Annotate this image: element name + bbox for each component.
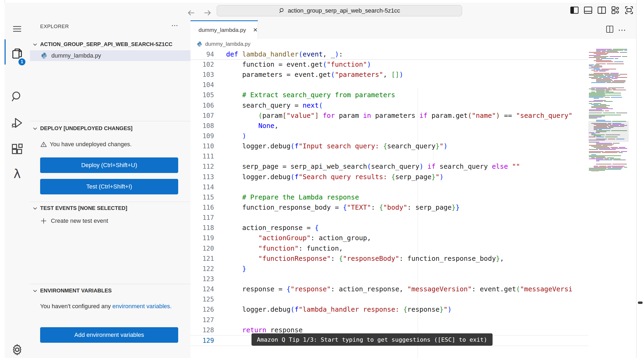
line-content	[214, 182, 226, 192]
code-line-120[interactable]: 120 "function": function,	[190, 243, 588, 254]
code-line-123[interactable]: 123	[190, 274, 588, 284]
line-number: 128	[190, 325, 214, 335]
line-number: 110	[190, 141, 214, 151]
code-line-94[interactable]: 94def lambda_handler(event, _):	[190, 49, 588, 59]
code-line-125[interactable]: 125	[190, 294, 588, 304]
explorer-more-actions-icon[interactable]: ⋯	[171, 24, 178, 27]
line-number: 114	[190, 182, 214, 192]
toggle-secondary-sidebar-icon[interactable]	[597, 6, 606, 15]
code-editor[interactable]: 94def lambda_handler(event, _): 102 func…	[190, 49, 588, 358]
env-vars-link[interactable]: environment variables.	[112, 303, 172, 310]
line-content	[214, 213, 226, 223]
toggle-panel-icon[interactable]	[584, 6, 593, 15]
screencast-mode-icon[interactable]	[624, 6, 634, 15]
code-line-106[interactable]: 106 search_query = next(	[190, 100, 588, 111]
python-file-icon	[197, 41, 203, 47]
workspace-section-header[interactable]: ACTION_GROUP_SERP_API_WEB_SEARCH-5Z1CC	[33, 41, 173, 47]
code-line-105[interactable]: 105 # Extract search_query from paramete…	[190, 90, 588, 100]
code-line-124[interactable]: 124 response = {"response": action_respo…	[190, 284, 588, 294]
line-content: logger.debug(f"Input search query: {sear…	[214, 141, 448, 151]
env-vars-message: You haven't configured any environment v…	[40, 302, 178, 311]
code-line-126[interactable]: 126 logger.debug(f"lambda_handler respon…	[190, 304, 588, 315]
line-content: def lambda_handler(event, _):	[214, 49, 343, 59]
line-content: }	[214, 264, 246, 274]
code-line-112[interactable]: 112 serp_page = serp_api_web_search(sear…	[190, 161, 588, 172]
file-item-dummy-lambda[interactable]: dummy_lambda.py	[30, 50, 190, 61]
split-editor-icon[interactable]	[605, 25, 614, 34]
code-line-113[interactable]: 113 logger.debug(f"Search query results:…	[190, 172, 588, 182]
code-line-116[interactable]: 116 function_response_body = {"TEXT": {"…	[190, 202, 588, 213]
code-line-121[interactable]: 121 "functionResponse": {"responseBody":…	[190, 254, 588, 264]
code-lines[interactable]: 102 function = event.get("function")103 …	[190, 59, 588, 346]
code-line-109[interactable]: 109 )	[190, 131, 588, 141]
code-line-127[interactable]: 127	[190, 315, 588, 325]
code-line-115[interactable]: 115 # Prepare the Lambda response	[190, 192, 588, 202]
line-content: # Extract search_query from parameters	[214, 90, 395, 100]
sidebar-item-explorer[interactable]	[5, 47, 30, 60]
code-line-118[interactable]: 118 action_response = {	[190, 223, 588, 233]
line-content	[214, 336, 226, 346]
command-center-search[interactable]: action_group_serp_api_web_search-5z1cc	[217, 5, 462, 16]
line-number: 108	[190, 121, 214, 131]
code-line-122[interactable]: 122 }	[190, 264, 588, 274]
line-number: 122	[190, 264, 214, 274]
add-env-vars-button[interactable]: Add environment variables	[40, 327, 178, 343]
line-content: "actionGroup": action_group,	[214, 233, 371, 243]
sidebar-item-search[interactable]	[5, 90, 30, 103]
create-test-event-button[interactable]: Create new test event	[40, 217, 108, 224]
code-line-104[interactable]: 104	[190, 80, 588, 90]
code-line-114[interactable]: 114	[190, 182, 588, 192]
code-line-107[interactable]: 107 (param["value"] for param in paramet…	[190, 111, 588, 121]
code-line-110[interactable]: 110 logger.debug(f"Input search query: {…	[190, 141, 588, 151]
chevron-down-icon	[33, 42, 37, 47]
editor-more-actions-icon[interactable]: ⋯	[618, 25, 626, 35]
toggle-primary-sidebar-icon[interactable]	[570, 6, 579, 15]
line-content: "function": function,	[214, 243, 343, 254]
tab-bar: dummy_lambda.py ✕ ⋯	[190, 20, 636, 39]
sidebar-item-run-debug[interactable]	[5, 116, 30, 130]
chevron-down-icon	[33, 126, 37, 131]
code-line-117[interactable]: 117	[190, 213, 588, 223]
line-number: 125	[190, 294, 214, 304]
explorer-sidebar: EXPLORER ⋯ ACTION_GROUP_SERP_API_WEB_SEA…	[30, 20, 191, 358]
line-number: 94	[190, 49, 214, 59]
line-content	[214, 274, 226, 284]
line-number: 102	[190, 59, 214, 70]
menu-button[interactable]	[5, 25, 30, 33]
code-line-103[interactable]: 103 parameters = event.get("parameters",…	[190, 70, 588, 80]
settings-button[interactable]	[5, 343, 30, 357]
test-events-section-header[interactable]: TEST EVENTS [NONE SELECTED]	[33, 205, 127, 211]
code-line-119[interactable]: 119 "actionGroup": action_group,	[190, 233, 588, 243]
sidebar-item-aws-lambda[interactable]: λ	[5, 167, 30, 180]
line-content	[214, 80, 226, 90]
breadcrumb[interactable]: dummy_lambda.py	[190, 39, 636, 49]
back-arrow-icon[interactable]	[186, 9, 197, 17]
environment-variables-section-header[interactable]: ENVIRONMENT VARIABLES	[33, 288, 112, 294]
code-line-102[interactable]: 102 function = event.get("function")	[190, 59, 588, 70]
minimap[interactable]	[588, 47, 629, 171]
code-line-108[interactable]: 108 None,	[190, 121, 588, 131]
forward-arrow-icon[interactable]	[202, 9, 213, 17]
deploy-section-header[interactable]: DEPLOY [UNDEPLOYED CHANGES]	[33, 125, 132, 131]
line-content: serp_page = serp_api_web_search(search_q…	[214, 161, 520, 172]
close-tab-icon[interactable]: ✕	[253, 27, 258, 33]
hamburger-menu-icon	[12, 25, 22, 33]
title-bar: action_group_serp_api_web_search-5z1cc	[5, 3, 636, 21]
line-content	[214, 294, 226, 304]
chevron-down-icon	[33, 288, 37, 293]
sticky-scroll-line[interactable]: 94def lambda_handler(event, _):	[190, 49, 588, 60]
line-number: 112	[190, 161, 214, 172]
line-content: parameters = event.get("parameters", [])	[214, 70, 403, 80]
line-number: 104	[190, 80, 214, 90]
code-line-111[interactable]: 111	[190, 151, 588, 161]
sidebar-item-extensions[interactable]	[5, 142, 30, 156]
minimap-slider[interactable]	[588, 121, 629, 142]
customize-layout-icon[interactable]	[611, 6, 620, 15]
app-window: action_group_serp_api_web_search-5z1cc	[0, 0, 644, 358]
deploy-button[interactable]: Deploy (Ctrl+Shift+U)	[40, 157, 178, 173]
line-content: action_response = {	[214, 223, 319, 233]
test-button[interactable]: Test (Ctrl+Shift+I)	[40, 179, 178, 194]
line-number: 115	[190, 192, 214, 202]
scrollbar-thumb[interactable]	[638, 302, 643, 304]
tab-dummy-lambda[interactable]: dummy_lambda.py ✕	[190, 20, 258, 39]
